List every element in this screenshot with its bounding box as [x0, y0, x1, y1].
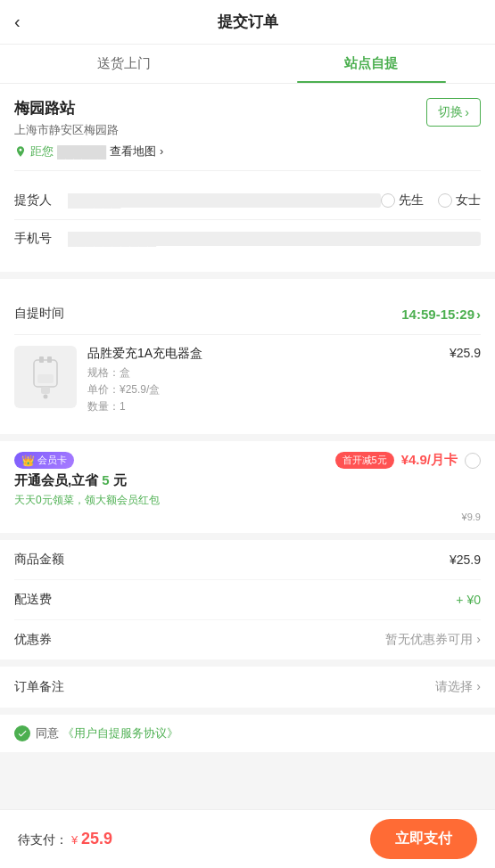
member-title-prefix: 开通会员,立省 — [14, 472, 98, 487]
radio-mr[interactable]: 先生 — [381, 192, 424, 209]
charger-icon — [23, 355, 68, 399]
pickup-product-card: 自提时间 14:59-15:29 › 品胜爱充1A充电器盒 规格：盒 单价：¥2… — [0, 279, 495, 434]
svg-rect-2 — [47, 356, 52, 363]
location-icon — [14, 145, 27, 158]
bottom-amount-value: 25.9 — [81, 830, 112, 848]
svg-rect-3 — [37, 374, 54, 383]
price-list-card: 商品金额 ¥25.9 配送费 + ¥0 优惠券 暂无优惠券可用 › — [0, 540, 495, 659]
pickup-person-input[interactable]: ██████ — [68, 193, 381, 208]
svg-rect-1 — [39, 356, 44, 363]
member-title-suffix: 元 — [113, 472, 127, 487]
switch-station-button[interactable]: 切换 › — [426, 98, 481, 127]
distance-blur: ██████ — [57, 145, 106, 159]
price-row-coupon[interactable]: 优惠券 暂无优惠券可用 › — [14, 620, 481, 659]
note-label: 订单备注 — [14, 679, 64, 695]
bottom-currency: ¥ — [71, 833, 78, 847]
bottom-amount-label: 待支付： — [18, 832, 68, 847]
station-card: 梅园路站 上海市静安区梅园路 距您 ██████ 查看地图 › 切换 › 提货人… — [0, 84, 495, 272]
header: ‹ 提交订单 — [0, 0, 495, 45]
divider — [14, 170, 481, 171]
switch-label: 切换 — [438, 104, 463, 120]
pickup-time-value: 14:59-15:29 › — [401, 307, 481, 322]
svg-rect-4 — [41, 387, 50, 394]
member-price: ¥4.9/月卡 — [401, 452, 458, 469]
pickup-person-row: 提货人 ██████ 先生 女士 — [14, 182, 481, 220]
tab-delivery[interactable]: 送货上门 — [0, 45, 248, 83]
phone-input[interactable]: ██████████ — [68, 232, 481, 246]
back-button[interactable]: ‹ — [14, 12, 21, 32]
product-qty: 数量：1 — [87, 399, 439, 414]
member-badge: 👑 会员卡 — [14, 452, 74, 469]
member-card[interactable]: 👑 会员卡 首开减5元 ¥4.9/月卡 开通会员,立省 5 元 天天0元领菜，领… — [0, 441, 495, 533]
order-note-card: 订单备注 请选择 › — [0, 667, 495, 708]
agreement-checkbox[interactable] — [14, 725, 30, 741]
note-row[interactable]: 订单备注 请选择 › — [14, 667, 481, 708]
member-badge-label: 会员卡 — [37, 454, 67, 467]
agreement-text: 同意 《用户自提服务协议》 — [36, 725, 178, 741]
gender-radio-group: 先生 女士 — [381, 192, 481, 209]
price-row-delivery: 配送费 + ¥0 — [14, 580, 481, 620]
phone-label: 手机号 — [14, 231, 68, 247]
distance-prefix: 距您 — [30, 143, 54, 160]
pickup-time-label: 自提时间 — [14, 306, 64, 322]
price-delivery-label: 配送费 — [14, 592, 52, 608]
gender-mr-label: 先生 — [399, 192, 424, 209]
pickup-person-label: 提货人 — [14, 192, 68, 209]
price-row-goods: 商品金额 ¥25.9 — [14, 540, 481, 580]
station-address: 上海市静安区梅园路 — [14, 122, 163, 138]
first-discount-badge: 首开减5元 — [335, 452, 394, 469]
page-title: 提交订单 — [218, 12, 278, 32]
station-name: 梅园路站 — [14, 98, 163, 119]
agreement-text-prefix: 同意 — [36, 726, 59, 740]
member-top: 👑 会员卡 首开减5元 ¥4.9/月卡 — [14, 452, 481, 469]
price-goods-label: 商品金额 — [14, 552, 64, 568]
pay-button[interactable]: 立即支付 — [370, 819, 477, 859]
member-badge-icon: 👑 — [21, 454, 35, 467]
check-icon — [17, 728, 28, 739]
price-delivery-value: + ¥0 — [456, 593, 481, 607]
price-goods-value: ¥25.9 — [450, 553, 481, 567]
station-row: 梅园路站 上海市静安区梅园路 距您 ██████ 查看地图 › 切换 › — [14, 98, 481, 160]
product-row: 品胜爱充1A充电器盒 规格：盒 单价：¥25.9/盒 数量：1 ¥25.9 — [14, 335, 481, 420]
radio-circle-mr — [381, 193, 395, 208]
price-coupon-value: 暂无优惠券可用 › — [385, 632, 481, 648]
pickup-time-row[interactable]: 自提时间 14:59-15:29 › — [14, 293, 481, 335]
member-title-row: 开通会员,立省 5 元 — [14, 472, 481, 489]
product-info: 品胜爱充1A充电器盒 规格：盒 单价：¥25.9/盒 数量：1 — [87, 346, 439, 416]
svg-point-5 — [44, 395, 48, 399]
member-subtitle: 天天0元领菜，领大额会员红包 — [14, 493, 481, 508]
agreement-link[interactable]: 《用户自提服务协议》 — [62, 726, 178, 740]
phone-row: 手机号 ██████████ — [14, 220, 481, 258]
gender-ms-label: 女士 — [456, 192, 481, 209]
member-price-area: 首开减5元 ¥4.9/月卡 — [335, 452, 482, 469]
radio-circle-ms — [438, 193, 452, 208]
product-price: ¥25.9 — [450, 346, 481, 360]
member-select-circle[interactable] — [465, 453, 481, 469]
radio-ms[interactable]: 女士 — [438, 192, 481, 209]
tab-bar: 送货上门 站点自提 — [0, 45, 495, 84]
product-spec: 规格：盒 — [87, 365, 439, 381]
product-unit-price: 单价：¥25.9/盒 — [87, 382, 439, 397]
note-value: 请选择 › — [435, 679, 481, 695]
bottom-amount: 待支付： ¥ 25.9 — [18, 830, 112, 848]
map-link[interactable]: 查看地图 › — [110, 143, 163, 160]
agreement-row: 同意 《用户自提服务协议》 — [0, 715, 495, 752]
price-coupon-label: 优惠券 — [14, 632, 52, 648]
member-title-amount: 5 — [102, 472, 109, 487]
tab-pickup[interactable]: 站点自提 — [248, 45, 496, 83]
member-title: 开通会员,立省 5 元 — [14, 472, 127, 489]
station-distance: 距您 ██████ 查看地图 › — [14, 143, 163, 160]
member-original-price: ¥9.9 — [14, 512, 481, 522]
station-info: 梅园路站 上海市静安区梅园路 距您 ██████ 查看地图 › — [14, 98, 163, 160]
bottom-bar: 待支付： ¥ 25.9 立即支付 — [0, 809, 495, 868]
product-image — [14, 346, 77, 408]
product-name: 品胜爱充1A充电器盒 — [87, 346, 439, 362]
switch-chevron: › — [465, 105, 469, 119]
